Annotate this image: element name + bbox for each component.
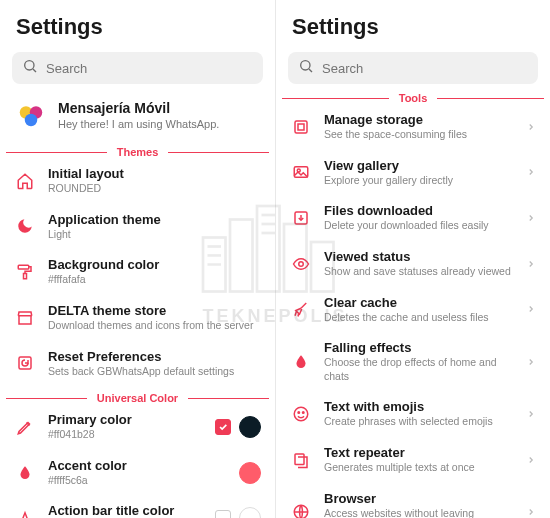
row-title: Accent color	[48, 458, 227, 473]
search-input[interactable]	[288, 52, 538, 84]
row-files-downloaded[interactable]: Files downloadedDelete your downloaded f…	[276, 195, 550, 241]
page-title: Settings	[276, 0, 550, 48]
checkbox[interactable]	[215, 510, 231, 518]
row-sub: Create phrases with selected emojis	[324, 415, 514, 429]
moon-icon	[14, 215, 36, 237]
color-swatch[interactable]	[239, 507, 261, 518]
svg-point-17	[294, 408, 308, 422]
section-tools: Tools Manage storageSee the space-consum…	[276, 92, 550, 518]
row-sub: #fffafafa	[48, 273, 261, 287]
row-background-color[interactable]: Background color#fffafafa	[0, 249, 275, 295]
row-manage-storage[interactable]: Manage storageSee the space-consuming fi…	[276, 104, 550, 150]
row-title: View gallery	[324, 158, 514, 173]
section-label: Universal Color	[93, 392, 182, 404]
emoji-icon	[290, 403, 312, 425]
svg-line-10	[309, 69, 312, 72]
gallery-icon	[290, 161, 312, 183]
row-initial-layout[interactable]: Initial layoutROUNDED	[0, 158, 275, 204]
color-swatch[interactable]	[239, 462, 261, 484]
row-sub: Download themes and icons from the serve…	[48, 319, 261, 333]
chevron-right-icon	[526, 163, 536, 181]
profile-status: Hey there! I am using WhatsApp.	[58, 118, 259, 130]
row-reset-preferences[interactable]: Reset PreferencesSets back GBWhatsApp de…	[0, 341, 275, 387]
profile-row[interactable]: Mensajería Móvil Hey there! I am using W…	[0, 92, 275, 140]
chevron-right-icon	[526, 209, 536, 227]
chevron-right-icon	[526, 118, 536, 136]
eye-icon	[290, 253, 312, 275]
row-view-gallery[interactable]: View galleryExplore your gallery directl…	[276, 150, 550, 196]
row-sub: Choose the drop effects of home and chat…	[324, 356, 514, 383]
section-label: Themes	[113, 146, 163, 158]
row-text-emojis[interactable]: Text with emojisCreate phrases with sele…	[276, 391, 550, 437]
search-icon	[298, 58, 314, 78]
row-sub: Show and save statuses already viewed	[324, 265, 514, 279]
row-title: Background color	[48, 257, 261, 272]
row-title: Primary color	[48, 412, 203, 427]
checkbox[interactable]	[215, 419, 231, 435]
row-title: Browser	[324, 491, 514, 506]
row-browser[interactable]: BrowserAccess websites without leaving W…	[276, 483, 550, 518]
row-primary-color[interactable]: Primary color#ff041b28	[0, 404, 275, 450]
row-sub: See the space-consuming files	[324, 128, 514, 142]
row-clear-cache[interactable]: Clear cacheDeletes the cache and useless…	[276, 287, 550, 333]
row-viewed-status[interactable]: Viewed statusShow and save statuses alre…	[276, 241, 550, 287]
row-sub: Explore your gallery directly	[324, 174, 514, 188]
row-title: Text repeater	[324, 445, 514, 460]
section-universal-color: Universal Color Primary color#ff041b28 A…	[0, 392, 275, 518]
row-sub: ROUNDED	[48, 182, 261, 196]
row-title: Manage storage	[324, 112, 514, 127]
row-sub: Deletes the cache and useless files	[324, 311, 514, 325]
row-sub: Access websites without leaving WhatsApp	[324, 507, 514, 518]
row-accent-color[interactable]: Accent color#ffff5c6a	[0, 450, 275, 496]
row-sub: Delete your downloaded files easily	[324, 219, 514, 233]
svg-point-4	[25, 114, 38, 127]
reset-icon	[14, 352, 36, 374]
chevron-right-icon	[526, 300, 536, 318]
chevron-right-icon	[526, 405, 536, 423]
settings-pane-right: Settings Tools Manage storageSee the spa…	[275, 0, 550, 518]
repeat-icon	[290, 449, 312, 471]
settings-pane-left: Settings Mensajería Móvil Hey there! I a…	[0, 0, 275, 518]
search-field[interactable]	[322, 61, 528, 76]
roller-icon	[14, 261, 36, 283]
section-label: Tools	[395, 92, 432, 104]
row-sub: #ff041b28	[48, 428, 203, 442]
svg-rect-5	[18, 265, 29, 269]
profile-text: Mensajería Móvil Hey there! I am using W…	[58, 100, 259, 130]
chevron-right-icon	[526, 451, 536, 469]
search-input[interactable]	[12, 52, 263, 84]
row-sub: Light	[48, 228, 261, 242]
globe-icon	[290, 501, 312, 518]
svg-point-18	[298, 412, 300, 414]
row-falling-effects[interactable]: Falling effectsChoose the drop effects o…	[276, 332, 550, 391]
svg-rect-20	[295, 454, 304, 465]
row-title: Application theme	[48, 212, 261, 227]
chevron-right-icon	[526, 255, 536, 273]
drop-icon	[14, 462, 36, 484]
row-action-bar-title-color[interactable]: Action bar title color#ffffffff	[0, 495, 275, 518]
row-title: Action bar title color	[48, 503, 203, 518]
row-title: Initial layout	[48, 166, 261, 181]
row-title: DELTA theme store	[48, 303, 261, 318]
svg-point-9	[301, 61, 310, 70]
row-sub: Generates multiple texts at once	[324, 461, 514, 475]
download-icon	[290, 207, 312, 229]
svg-point-16	[299, 261, 304, 266]
svg-point-19	[303, 412, 305, 414]
row-application-theme[interactable]: Application themeLight	[0, 204, 275, 250]
svg-rect-12	[298, 124, 304, 130]
avatar	[16, 100, 46, 130]
row-title: Viewed status	[324, 249, 514, 264]
row-theme-store[interactable]: DELTA theme storeDownload themes and ico…	[0, 295, 275, 341]
row-sub: #ffff5c6a	[48, 474, 227, 488]
profile-name: Mensajería Móvil	[58, 100, 259, 116]
color-swatch[interactable]	[239, 416, 261, 438]
svg-point-0	[25, 61, 34, 70]
effects-icon	[290, 351, 312, 373]
row-text-repeater[interactable]: Text repeaterGenerates multiple texts at…	[276, 437, 550, 483]
svg-rect-11	[295, 121, 307, 133]
svg-line-1	[33, 69, 36, 72]
row-title: Text with emojis	[324, 399, 514, 414]
search-field[interactable]	[46, 61, 253, 76]
storage-icon	[290, 116, 312, 138]
